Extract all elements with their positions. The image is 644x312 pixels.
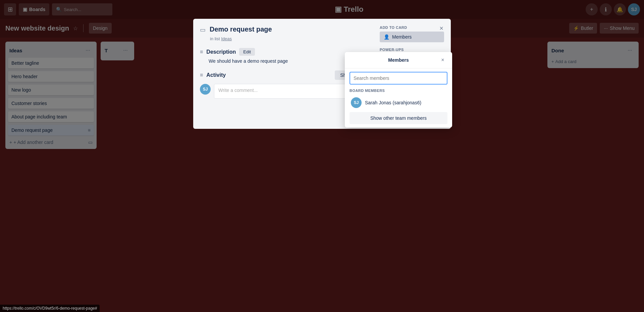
url-bar: https://trello.com/c/OVD9wt5r/6-demo-req… xyxy=(0,305,100,312)
add-to-card-title: ADD TO CARD xyxy=(380,25,444,30)
comment-placeholder: Write a comment... xyxy=(218,88,258,93)
member-item-sarah[interactable]: SJ Sarah Jonas (sarahjonas6) xyxy=(350,95,447,111)
edit-button[interactable]: Edit xyxy=(239,48,255,56)
modal-overlay[interactable]: × ▭ Demo request page in list Ideas ≡ De… xyxy=(0,0,644,312)
popup-header: Members × xyxy=(345,52,452,68)
modal-title-row: ▭ Demo request page xyxy=(200,25,373,34)
activity-title: Activity xyxy=(206,72,226,78)
modal-card-icon: ▭ xyxy=(200,26,206,34)
modal-close-button[interactable]: × xyxy=(436,23,447,34)
member-search-input[interactable] xyxy=(350,72,447,85)
modal-title: Demo request page xyxy=(210,25,272,33)
board-members-title: BOARD MEMBERS xyxy=(350,89,447,93)
members-popup: Members × BOARD MEMBERS SJ Sarah Jonas (… xyxy=(345,52,452,127)
popup-close-button[interactable]: × xyxy=(438,55,447,65)
activity-icon: ≡ xyxy=(200,72,203,78)
members-label: Members xyxy=(392,34,412,40)
comment-avatar: SJ xyxy=(200,84,211,95)
modal-list-link[interactable]: Ideas xyxy=(221,36,232,41)
member-name-sarah: Sarah Jonas (sarahjonas6) xyxy=(365,100,421,105)
show-other-members-button[interactable]: Show other team members xyxy=(350,112,447,124)
activity-title-row: ≡ Activity xyxy=(200,72,226,78)
description-title: Description xyxy=(206,49,236,55)
popup-title: Members xyxy=(359,57,438,63)
modal-list-ref: in list Ideas xyxy=(210,36,373,41)
popup-body: BOARD MEMBERS SJ Sarah Jonas (sarahjonas… xyxy=(345,68,452,127)
members-button[interactable]: 👤 Members xyxy=(380,32,444,42)
description-icon: ≡ xyxy=(200,49,203,55)
power-ups-title: POWER-UPS xyxy=(380,48,444,52)
member-avatar-sarah: SJ xyxy=(351,97,362,108)
members-icon: 👤 xyxy=(384,34,389,40)
